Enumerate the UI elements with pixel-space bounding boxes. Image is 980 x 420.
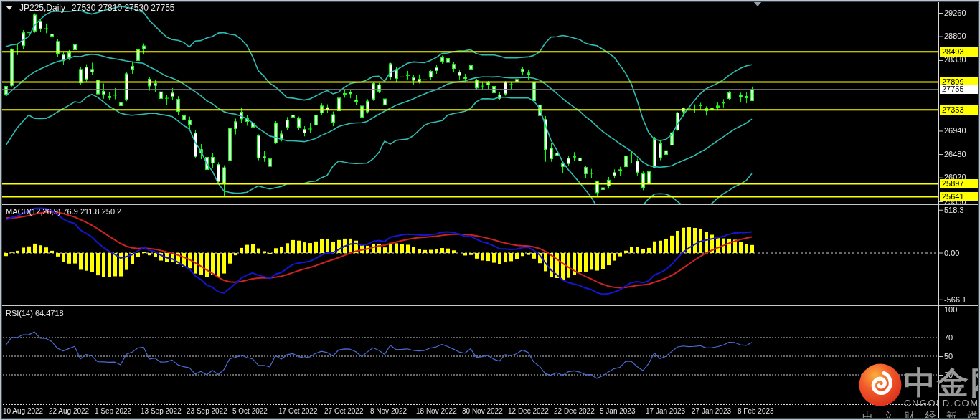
date-label: 13 Sep 2022	[141, 407, 182, 415]
main-chart-canvas[interactable]	[0, 0, 980, 420]
price-level-badge: 27353	[940, 105, 979, 115]
watermark-tagline: 中 文 财 经 新 媒 体	[862, 410, 980, 420]
price-axis[interactable]: 29260288002833026940264802602025550518.3…	[938, 0, 980, 420]
chart-window: JP225,Daily 27530 27810 27530 27755 MACD…	[0, 0, 980, 420]
symbol-dropdown-icon[interactable]	[6, 6, 13, 10]
price-level-badge: 25641	[940, 192, 979, 201]
date-label: 8 Nov 2022	[370, 407, 407, 415]
macd-axis-label: 518.3	[944, 206, 964, 215]
date-label: 12 Dec 2022	[508, 407, 549, 415]
price-level-badge: 28493	[940, 47, 979, 57]
current-price-badge: 27755	[940, 85, 979, 94]
watermark: 中金网 CNGOLD.COM.CN 中 文 财 经 新 媒 体	[858, 363, 980, 409]
macd-axis-label: -566.1	[944, 295, 966, 305]
price-tick-label: 29260	[944, 9, 966, 18]
ohlc-quote: 27530 27810 27530 27755	[72, 3, 174, 13]
price-tick-label: 28800	[944, 32, 966, 41]
date-label: 5 Jan 2023	[600, 407, 636, 415]
date-label: 8 Feb 2023	[738, 407, 774, 415]
date-label: 22 Dec 2022	[554, 407, 595, 415]
symbol-title: JP225,Daily	[19, 3, 65, 13]
date-label: 18 Nov 2022	[416, 407, 457, 415]
date-label: 22 Aug 2022	[49, 407, 89, 415]
watermark-brand: 中金网	[904, 367, 980, 398]
cngold-logo-icon	[858, 363, 903, 407]
price-tick-label: 26940	[944, 126, 966, 135]
macd-axis-label: 0.00	[944, 249, 959, 258]
price-level-badge: 25897	[940, 179, 979, 188]
date-label: 27 Jan 2023	[692, 407, 731, 415]
date-label: 30 Nov 2022	[462, 407, 503, 415]
watermark-domain: CNGOLD.COM.CN	[904, 398, 980, 409]
rsi-indicator-label: RSI(14) 64.4718	[6, 309, 64, 318]
rsi-axis-label: 100	[944, 305, 957, 315]
date-label: 1 Sep 2022	[95, 407, 131, 415]
scroll-anchor-icon	[753, 1, 762, 6]
date-label: 17 Jan 2023	[646, 407, 685, 415]
date-label: 17 Oct 2022	[278, 407, 317, 415]
price-tick-label: 26480	[944, 150, 966, 159]
rsi-axis-label: 50	[944, 352, 953, 361]
date-label: 10 Aug 2022	[3, 407, 43, 415]
date-label: 23 Sep 2022	[187, 407, 227, 415]
macd-indicator-label: MACD(12,26,9) 76.9 211.8 250.2	[6, 207, 121, 216]
date-label: 5 Oct 2022	[232, 407, 268, 415]
rsi-axis-label: 70	[944, 333, 953, 343]
date-label: 27 Oct 2022	[324, 407, 363, 415]
symbol-title-bar: JP225,Daily 27530 27810 27530 27755	[6, 3, 175, 13]
date-axis[interactable]: 10 Aug 202222 Aug 20221 Sep 202213 Sep 2…	[0, 405, 938, 420]
